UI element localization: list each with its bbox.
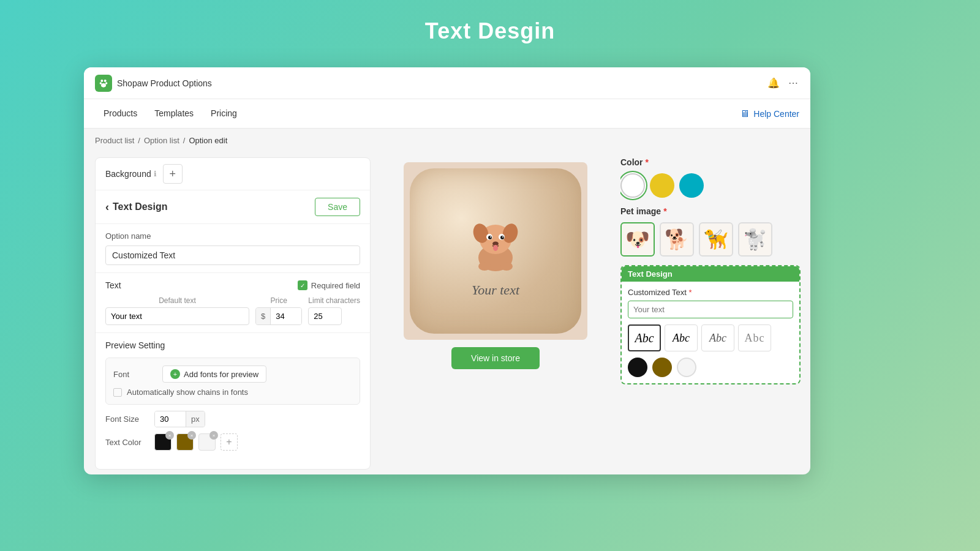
text-section: Text ✓ Required field Default text Price: [96, 273, 370, 333]
pet-img-3[interactable]: 🦮: [699, 222, 733, 257]
text-design-card: Text Design Customized Text * Abc Abc: [620, 265, 801, 384]
background-add-button[interactable]: +: [163, 164, 183, 184]
app-name: Shopaw Product Options: [117, 78, 212, 88]
color-options: [620, 173, 801, 198]
nav-bar: Products Templates Pricing 🖥 Help Center: [84, 99, 810, 129]
preview-setting-section: Preview Setting Font + Add fonts for pre…: [96, 333, 370, 458]
swatch-brown[interactable]: [652, 358, 672, 377]
font-style-3[interactable]: Abc: [701, 324, 734, 351]
pillow-background: Your text: [410, 168, 581, 334]
add-color-button[interactable]: +: [221, 433, 238, 451]
text-section-title: Text: [105, 280, 121, 290]
help-center-link[interactable]: 🖥 Help Center: [740, 108, 799, 119]
font-size-input[interactable]: [155, 411, 186, 427]
required-field-toggle[interactable]: ✓ Required field: [298, 280, 360, 290]
price-wrapper: $: [255, 307, 302, 325]
main-content: Background ℹ + ‹ Text Design Save Option…: [84, 152, 810, 474]
font-row: Font + Add fonts for preview: [113, 365, 352, 383]
your-text-display: Your text: [472, 282, 519, 298]
remove-color-2[interactable]: ×: [187, 431, 196, 440]
auto-show-row[interactable]: Automatically show chains in fonts: [113, 388, 352, 397]
breadcrumb-product-list[interactable]: Product list: [95, 136, 134, 145]
back-button[interactable]: ‹ Text Design: [105, 201, 315, 214]
text-color-label: Text Color: [105, 438, 148, 447]
price-prefix: $: [256, 308, 271, 324]
add-fonts-button[interactable]: + Add fonts for preview: [162, 365, 266, 383]
nav-item-pricing[interactable]: Pricing: [202, 99, 246, 129]
app-window: Shopaw Product Options 🔔 ⋯ Products Temp…: [84, 67, 810, 474]
swatch-black[interactable]: [628, 358, 647, 377]
text-color-empty[interactable]: ×: [198, 433, 216, 451]
help-center-label: Help Center: [753, 109, 799, 119]
left-panel: Background ℹ + ‹ Text Design Save Option…: [95, 157, 371, 470]
color-option-white[interactable]: [620, 173, 645, 198]
remove-color-1[interactable]: ×: [165, 431, 174, 440]
text-color-brown[interactable]: ×: [176, 433, 194, 451]
customized-text-required: *: [688, 288, 692, 297]
auto-show-label: Automatically show chains in fonts: [127, 388, 248, 397]
nav-item-templates[interactable]: Templates: [146, 99, 202, 129]
view-in-store-button[interactable]: View in store: [451, 347, 540, 369]
pet-images: 🐶 🐕 🦮 🐩: [620, 222, 801, 257]
color-option-yellow[interactable]: [650, 173, 674, 198]
customized-text-label: Customized Text *: [628, 288, 793, 297]
bell-icon[interactable]: 🔔: [767, 77, 780, 89]
text-color-black[interactable]: ×: [154, 433, 172, 451]
font-subsection: Font + Add fonts for preview Automatical…: [105, 358, 360, 405]
svg-point-11: [488, 236, 492, 239]
breadcrumb-sep-1: /: [138, 136, 140, 145]
pet-image-required-dot: *: [663, 206, 666, 216]
pet-img-2[interactable]: 🐕: [660, 222, 694, 257]
pet-image-title: Pet image *: [620, 206, 801, 216]
limit-chars-input[interactable]: [308, 307, 342, 325]
color-option-teal[interactable]: [679, 173, 704, 198]
font-size-label: Font Size: [105, 414, 148, 424]
color-required-dot: *: [646, 157, 649, 167]
price-label: Price: [255, 296, 302, 305]
text-color-row: Text Color × × × +: [105, 433, 360, 451]
panel-header: ‹ Text Design Save: [96, 190, 370, 224]
auto-show-checkbox[interactable]: [113, 388, 122, 397]
svg-point-14: [502, 236, 503, 238]
font-style-2[interactable]: Abc: [665, 324, 698, 351]
remove-color-3[interactable]: ×: [209, 431, 218, 440]
breadcrumb-sep-2: /: [183, 136, 186, 145]
color-section: Color *: [620, 157, 801, 198]
svg-point-2: [100, 82, 102, 84]
svg-point-17: [478, 262, 491, 271]
text-fields-row: Default text Price $ Limit characters: [105, 296, 360, 325]
pet-img-1[interactable]: 🐶: [620, 222, 655, 257]
required-field-label: Required field: [311, 281, 360, 290]
center-panel: Your text View in store: [371, 152, 620, 474]
font-style-4[interactable]: Abc: [738, 324, 771, 351]
font-size-input-wrap: px: [154, 411, 205, 427]
breadcrumb-option-edit: Option edit: [189, 136, 227, 145]
default-text-label: Default text: [105, 296, 249, 305]
swatch-white[interactable]: [677, 358, 696, 377]
color-section-title: Color *: [620, 157, 801, 167]
price-input[interactable]: [271, 308, 301, 324]
text-design-card-body: Customized Text * Abc Abc Abc: [622, 282, 799, 383]
font-size-unit: px: [186, 411, 205, 427]
pet-img-4[interactable]: 🐩: [738, 222, 772, 257]
option-name-section: Option name: [96, 224, 370, 273]
option-name-input[interactable]: [105, 246, 360, 265]
add-fonts-icon: +: [170, 369, 180, 379]
price-group: Price $: [255, 296, 302, 325]
breadcrumb-option-list[interactable]: Option list: [144, 136, 179, 145]
default-text-input[interactable]: [105, 307, 249, 325]
limit-chars-label: Limit characters: [308, 296, 360, 305]
dog-illustration: [459, 204, 532, 277]
background-label: Background ℹ: [105, 169, 157, 179]
font-style-1[interactable]: Abc: [628, 324, 661, 351]
customized-text-input[interactable]: [628, 301, 793, 318]
product-image: Your text: [404, 162, 587, 340]
nav-item-products[interactable]: Products: [95, 99, 146, 129]
save-button[interactable]: Save: [315, 198, 360, 216]
text-design-card-header: Text Design: [622, 266, 799, 282]
more-icon[interactable]: ⋯: [787, 77, 799, 89]
page-title: Text Desgin: [425, 18, 555, 44]
top-bar-icons: 🔔 ⋯: [767, 77, 799, 89]
svg-point-16: [493, 245, 498, 251]
font-style-options: Abc Abc Abc Abc: [628, 324, 793, 351]
